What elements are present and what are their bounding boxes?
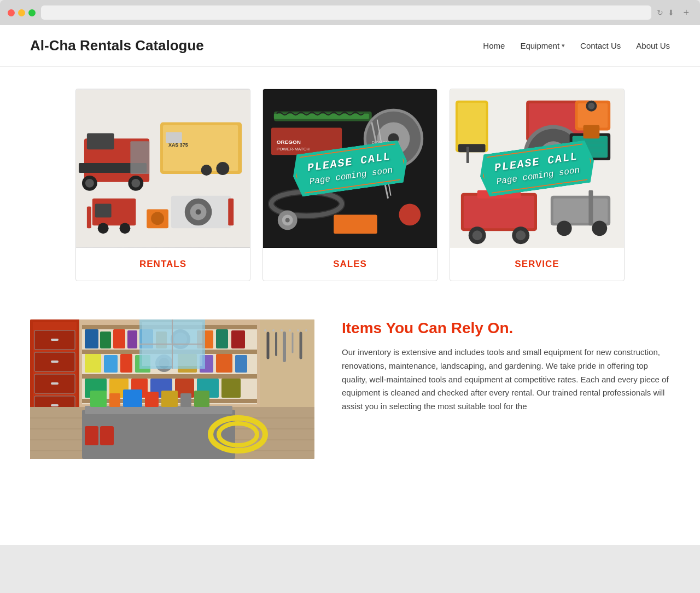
svg-text:OREGON: OREGON bbox=[277, 139, 301, 145]
svg-rect-157 bbox=[180, 393, 191, 407]
svg-rect-154 bbox=[123, 389, 142, 407]
svg-rect-151 bbox=[85, 406, 232, 414]
site-logo[interactable]: Al-Cha Rentals Catalogue bbox=[30, 37, 204, 54]
shop-svg bbox=[30, 319, 314, 459]
svg-point-101 bbox=[297, 329, 299, 332]
sales-card[interactable]: DIAMOND OREGON POWER-MATCH bbox=[262, 89, 438, 281]
svg-rect-16 bbox=[95, 204, 112, 218]
about-title: Items You Can Rely On. bbox=[342, 319, 670, 337]
rentals-card[interactable]: XAS 375 bbox=[75, 89, 250, 281]
svg-rect-60 bbox=[575, 138, 605, 141]
rentals-label: RENTALS bbox=[76, 248, 250, 281]
browser-chrome: ↻ ⬇ + bbox=[0, 0, 700, 20]
svg-rect-113 bbox=[85, 329, 98, 348]
svg-rect-93 bbox=[51, 382, 59, 385]
svg-rect-133 bbox=[235, 355, 247, 373]
about-section: Items You Can Rely On. Our inventory is … bbox=[0, 303, 700, 481]
svg-rect-49 bbox=[458, 103, 486, 149]
svg-point-100 bbox=[289, 329, 291, 332]
svg-point-71 bbox=[472, 230, 482, 240]
svg-point-78 bbox=[557, 220, 572, 236]
svg-point-7 bbox=[131, 179, 140, 188]
minimize-dot[interactable] bbox=[18, 9, 25, 16]
svg-point-18 bbox=[120, 223, 131, 234]
svg-rect-92 bbox=[51, 361, 59, 363]
svg-rect-124 bbox=[85, 354, 101, 373]
svg-rect-152 bbox=[90, 391, 107, 407]
service-label: SERVICE bbox=[450, 248, 624, 281]
browser-icons: ↻ ⬇ bbox=[657, 8, 674, 17]
cards-section: XAS 375 bbox=[0, 67, 700, 303]
new-tab-button[interactable]: + bbox=[680, 6, 692, 20]
address-bar[interactable] bbox=[41, 5, 651, 20]
svg-point-99 bbox=[281, 329, 283, 332]
svg-text:XAS 375: XAS 375 bbox=[168, 142, 188, 148]
svg-rect-24 bbox=[228, 199, 234, 226]
svg-point-14 bbox=[201, 165, 212, 176]
site-nav: Home Equipment ▾ Contact Us About Us bbox=[483, 41, 670, 50]
about-text: Items You Can Rely On. Our inventory is … bbox=[342, 319, 670, 414]
download-icon[interactable]: ⬇ bbox=[668, 8, 674, 17]
svg-rect-65 bbox=[583, 125, 599, 139]
nav-home[interactable]: Home bbox=[483, 41, 505, 50]
svg-rect-8 bbox=[130, 141, 149, 174]
svg-point-5 bbox=[85, 179, 94, 188]
svg-rect-51 bbox=[466, 147, 469, 163]
svg-point-13 bbox=[216, 162, 229, 175]
svg-rect-2 bbox=[87, 133, 114, 149]
shop-interior-image bbox=[30, 319, 314, 459]
rentals-image: XAS 375 bbox=[76, 89, 250, 248]
svg-rect-125 bbox=[104, 355, 118, 373]
svg-rect-111 bbox=[82, 374, 257, 379]
svg-rect-123 bbox=[231, 330, 245, 348]
site-header: Al-Cha Rentals Catalogue Home Equipment … bbox=[0, 25, 700, 67]
svg-point-42 bbox=[399, 204, 421, 226]
close-dot[interactable] bbox=[8, 9, 15, 16]
svg-rect-155 bbox=[145, 392, 159, 407]
svg-rect-80 bbox=[588, 190, 593, 226]
website-content: Al-Cha Rentals Catalogue Home Equipment … bbox=[0, 25, 700, 545]
svg-point-79 bbox=[592, 220, 607, 236]
svg-rect-19 bbox=[87, 207, 91, 229]
svg-rect-12 bbox=[166, 132, 182, 143]
browser-dots bbox=[8, 9, 36, 16]
svg-point-23 bbox=[196, 210, 201, 215]
svg-rect-77 bbox=[553, 199, 608, 223]
about-body: Our inventory is extensive and includes … bbox=[342, 346, 670, 414]
svg-point-73 bbox=[516, 230, 526, 240]
tab-bar bbox=[0, 20, 700, 25]
svg-rect-161 bbox=[85, 426, 98, 445]
svg-point-97 bbox=[264, 329, 266, 332]
svg-text:POWER-MATCH: POWER-MATCH bbox=[277, 147, 310, 152]
sales-label: SALES bbox=[263, 248, 437, 281]
svg-point-17 bbox=[98, 223, 109, 234]
svg-rect-94 bbox=[51, 404, 59, 406]
svg-rect-153 bbox=[109, 393, 120, 407]
svg-rect-158 bbox=[194, 391, 209, 407]
nav-contact[interactable]: Contact Us bbox=[580, 41, 621, 50]
svg-rect-162 bbox=[100, 426, 114, 445]
svg-point-46 bbox=[285, 218, 290, 222]
rentals-svg: XAS 375 bbox=[76, 89, 250, 248]
service-card[interactable]: PLEASE CALL Page coming soon SERVICE bbox=[450, 89, 625, 281]
svg-rect-115 bbox=[113, 329, 125, 348]
service-image: PLEASE CALL Page coming soon bbox=[450, 89, 624, 248]
refresh-icon[interactable]: ↻ bbox=[657, 8, 663, 17]
svg-rect-116 bbox=[127, 330, 137, 348]
svg-rect-156 bbox=[161, 391, 178, 407]
svg-point-67 bbox=[588, 103, 594, 109]
svg-point-98 bbox=[272, 329, 275, 332]
svg-point-102 bbox=[305, 329, 307, 332]
nav-equipment[interactable]: Equipment ▾ bbox=[520, 41, 565, 50]
svg-rect-126 bbox=[120, 354, 132, 373]
svg-rect-91 bbox=[51, 339, 59, 341]
sales-image: DIAMOND OREGON POWER-MATCH bbox=[263, 89, 437, 248]
svg-rect-114 bbox=[100, 332, 111, 348]
svg-rect-43 bbox=[334, 214, 377, 234]
svg-rect-29 bbox=[274, 114, 369, 119]
svg-rect-122 bbox=[216, 329, 228, 348]
svg-rect-50 bbox=[458, 144, 486, 152]
nav-about[interactable]: About Us bbox=[636, 41, 670, 50]
svg-rect-132 bbox=[216, 354, 232, 373]
maximize-dot[interactable] bbox=[28, 9, 36, 16]
